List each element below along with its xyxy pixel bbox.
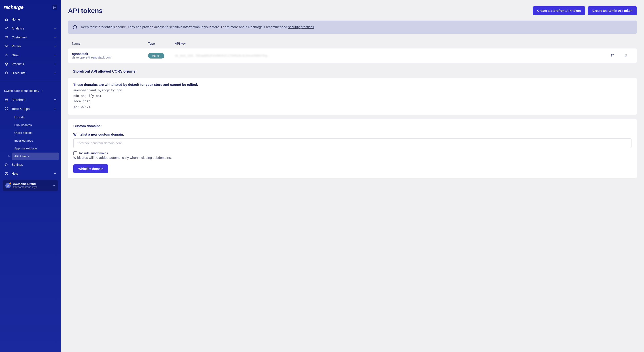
sidebar-item-customers[interactable]: Customers [2, 33, 59, 41]
chevron-down-icon [54, 99, 56, 101]
secondary-nav: Storefront Tools & apps Exports Bulk upd… [0, 96, 61, 178]
sidebar-header: recharge |← [0, 0, 61, 15]
include-subdomains-checkbox[interactable] [73, 152, 77, 155]
sidebar-item-help[interactable]: Help [2, 169, 59, 178]
chevron-down-icon [54, 27, 56, 30]
custom-domains-title: Custom domains: [73, 124, 632, 128]
domain-item: 127.0.0.1 [73, 104, 632, 110]
chevron-down-icon [54, 72, 56, 74]
sidebar-item-label: Customers [12, 35, 27, 39]
brand-avatar: A [5, 183, 11, 188]
create-storefront-token-button[interactable]: Create a Storefront API token [533, 6, 586, 15]
page-title: API tokens [68, 7, 103, 14]
storefront-icon [4, 98, 8, 102]
gear-icon [4, 163, 8, 167]
svg-point-5 [5, 109, 6, 110]
svg-point-6 [7, 109, 8, 110]
sidebar-item-label: Grow [12, 53, 19, 57]
sidebar-item-quick-actions[interactable]: Quick actions [12, 129, 59, 137]
table-header: Name Type API key [68, 39, 637, 48]
sidebar-item-products[interactable]: Products [2, 60, 59, 68]
sidebar-item-label: Quick actions [14, 131, 32, 135]
svg-point-7 [6, 164, 7, 165]
sidebar-item-label: Analytics [12, 26, 24, 30]
grow-icon [4, 53, 8, 57]
custom-domain-input[interactable] [73, 139, 632, 148]
sidebar-item-home[interactable]: Home [2, 15, 59, 24]
analytics-icon [4, 26, 8, 30]
copy-icon [611, 54, 615, 58]
chevron-down-icon [54, 45, 56, 48]
header-actions: Create a Storefront API token Create an … [533, 6, 637, 15]
sidebar: recharge |← Home Analytics Customers Ret… [0, 0, 61, 352]
sidebar-item-label: Products [12, 62, 24, 66]
products-icon [4, 62, 8, 66]
page-header: API tokens Create a Storefront API token… [68, 6, 637, 15]
create-admin-token-button[interactable]: Create an Admin API token [588, 6, 637, 15]
sidebar-item-grow[interactable]: Grow [2, 51, 59, 59]
domain-item: cdn.shopify.com [73, 93, 632, 99]
sidebar-item-label: API tokens [14, 155, 29, 158]
sidebar-item-settings[interactable]: Settings [2, 160, 59, 169]
custom-domains-card: Custom domains: Whitelist a new custom d… [68, 119, 637, 178]
copy-button[interactable] [606, 54, 620, 58]
subdomains-help: Wildcards will be added automatically wh… [73, 156, 632, 160]
divider [0, 82, 61, 82]
sidebar-item-installed-apps[interactable]: Installed apps [12, 137, 59, 144]
tools-submenu: Exports Bulk updates Quick actions Insta… [2, 113, 59, 160]
brand-switcher[interactable]: A Awesome Brand awesomebrand.mys… [3, 180, 58, 191]
info-icon: i [73, 25, 77, 29]
discounts-icon [4, 71, 8, 75]
sidebar-item-label: Home [12, 18, 20, 21]
sidebar-item-analytics[interactable]: Analytics [2, 24, 59, 33]
customers-icon [4, 35, 8, 39]
token-name[interactable]: agnostack [72, 52, 148, 56]
sidebar-item-api-tokens[interactable]: API tokens [12, 153, 59, 160]
security-practices-link[interactable]: security practices [288, 25, 314, 29]
delete-button[interactable] [620, 54, 633, 58]
svg-point-1 [7, 36, 8, 37]
brand-name: Awesome Brand [13, 182, 53, 185]
brand-domain: awesomebrand.mys… [13, 185, 53, 189]
chevron-down-icon [54, 63, 56, 65]
logo: recharge [4, 4, 24, 10]
sidebar-item-label: Tools & apps [12, 107, 30, 111]
include-subdomains-label: Include subdomains [79, 152, 108, 155]
sidebar-item-storefront[interactable]: Storefront [2, 96, 59, 104]
svg-point-4 [7, 108, 8, 108]
trash-icon [624, 54, 628, 58]
sidebar-item-label: Bulk updates [14, 123, 32, 127]
chevron-up-icon [54, 107, 56, 110]
chevron-down-icon [54, 172, 56, 175]
sidebar-item-label: Discounts [12, 71, 25, 75]
brand-info: Awesome Brand awesomebrand.mys… [13, 182, 53, 189]
domain-item: localhost [73, 99, 632, 104]
sidebar-item-bulk-updates[interactable]: Bulk updates [12, 121, 59, 129]
main-content: API tokens Create a Storefront API token… [61, 0, 644, 352]
col-key: API key [175, 42, 606, 45]
sidebar-item-tools[interactable]: Tools & apps [2, 105, 59, 113]
arrow-right-icon: → [40, 89, 44, 92]
home-icon [4, 17, 8, 21]
type-badge: Admin [148, 53, 164, 58]
col-name: Name [72, 42, 148, 45]
sidebar-item-label: Exports [14, 116, 24, 119]
switch-nav-label: Switch back to the old nav [4, 89, 39, 92]
security-alert: i Keep these credentials secure. They ca… [68, 20, 637, 34]
cors-intro: These domains are whitelisted by default… [73, 83, 632, 86]
api-key-masked: sk_test_1b3.. f3DaaB6zFxIvMlr91C1704Nzkr… [175, 54, 606, 57]
sidebar-item-discounts[interactable]: Discounts [2, 69, 59, 77]
chevron-down-icon [53, 184, 56, 187]
sidebar-item-app-marketplace[interactable]: App marketplace [12, 145, 59, 152]
sidebar-item-label: Help [12, 172, 18, 175]
whitelist-domain-button[interactable]: Whitelist domain [73, 164, 108, 173]
cors-defaults-card: These domains are whitelisted by default… [68, 78, 637, 115]
token-email: developers@agnostack.com [72, 56, 148, 59]
chevron-down-icon [54, 36, 56, 39]
sidebar-item-label: Settings [12, 163, 23, 167]
collapse-sidebar-button[interactable]: |← [52, 5, 57, 10]
sidebar-item-exports[interactable]: Exports [12, 113, 59, 121]
retain-icon [4, 44, 8, 48]
sidebar-item-retain[interactable]: Retain [2, 42, 59, 50]
switch-nav-link[interactable]: Switch back to the old nav → [0, 86, 61, 96]
